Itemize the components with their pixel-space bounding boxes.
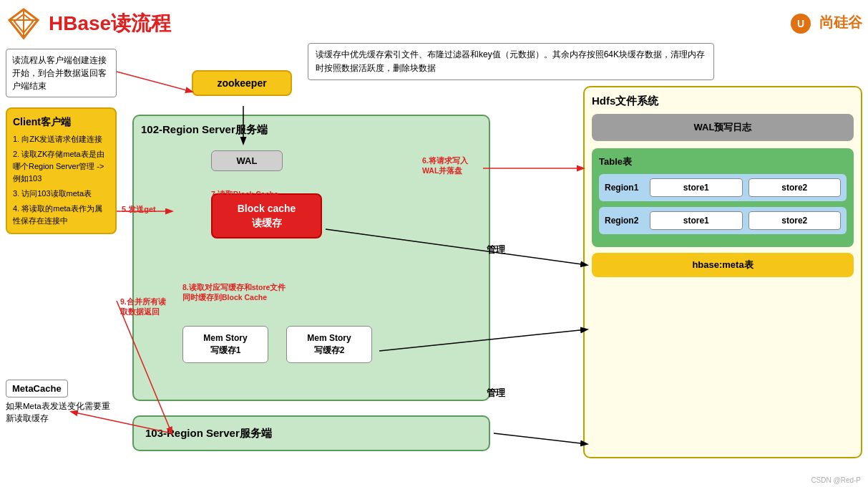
page-title: HBase读流程 (49, 10, 171, 37)
client-box: Client客户端 1. 向ZK发送请求创建连接 2. 读取ZK存储meta表是… (6, 107, 117, 234)
zookeeper-box: zookeeper (192, 70, 292, 96)
step6-label: 6.将请求写入WAL并落盘 (422, 156, 468, 176)
table-title: Table表 (599, 155, 847, 168)
region1-store2: store2 (748, 178, 842, 197)
hbase-meta-box: hbase:meta表 (592, 253, 854, 277)
client-step-4: 4. 将读取的meta表作为属性保存在连接中 (13, 203, 109, 227)
region-server-103: 103-Region Server服务端 (132, 415, 490, 451)
step7-label: 7.读取Block Cache (211, 190, 278, 200)
block-cache-box: Block cache读缓存 (211, 193, 322, 238)
region2-row: Region2 store1 store2 (599, 207, 847, 234)
logo-diamond-icon (6, 6, 42, 42)
client-step-1: 1. 向ZK发送请求创建连接 (13, 133, 109, 145)
hdfs-area: Hdfs文件系统 WAL预写日志 Table表 Region1 store1 s… (583, 86, 862, 458)
region1-label: Region1 (605, 183, 644, 193)
region2-label: Region2 (605, 216, 644, 226)
svg-line-12 (494, 433, 587, 444)
top-description: 读缓存中优先缓存索引文件、布隆过滤器和key值（元数据）。其余内存按照64K块缓… (308, 43, 714, 80)
rs102-title: 102-Region Server服务端 (141, 123, 482, 137)
mem-story-1: Mem Story写缓存1 (182, 326, 268, 363)
logo-right: U 尚硅谷 (789, 12, 862, 35)
header: HBase读流程 U 尚硅谷 (6, 6, 862, 42)
svg-line-6 (117, 72, 192, 92)
client-step-3: 3. 访问103读取meta表 (13, 188, 109, 200)
client-step-2: 2. 读取ZK存储meta表是由哪个Region Server管理 -> 例如1… (13, 148, 109, 185)
client-title: Client客户端 (13, 115, 109, 130)
wal-log-box: WAL预写日志 (592, 114, 854, 141)
svg-text:U: U (797, 18, 804, 29)
region2-store2: store2 (748, 211, 842, 230)
watermark: CSDN @Red-P (811, 476, 861, 484)
step5-label: 5.发送get (122, 204, 156, 215)
hdfs-title: Hdfs文件系统 (592, 95, 854, 108)
step9-label: 9.合并所有读取数据返回 (120, 297, 166, 317)
metacache-desc: 如果Meta表发送变化需要重新读取缓存 (6, 400, 117, 425)
region1-row: Region1 store1 store2 (599, 174, 847, 201)
left-description: 读流程从客户端创建连接开始，到合并数据返回客户端结束 (6, 49, 117, 97)
main-container: HBase读流程 U 尚硅谷 读流程从客户端创建连接开始，到合并数据返回客户端结… (0, 0, 868, 487)
metacache-title: MetaCache (6, 380, 68, 397)
manage-label-1: 管理 (487, 244, 505, 256)
mem-story-2: Mem Story写缓存2 (286, 326, 372, 363)
wal-box: WAL (211, 150, 283, 171)
manage-label-2: 管理 (487, 387, 505, 400)
table-area: Table表 Region1 store1 store2 Region2 sto… (592, 148, 854, 247)
step8-label: 8.读取对应写缓存和store文件同时缓存到Block Cache (182, 283, 286, 303)
metacache-box: MetaCache 如果Meta表发送变化需要重新读取缓存 (6, 380, 117, 425)
region1-store1: store1 (650, 178, 743, 197)
region2-store1: store1 (650, 211, 743, 230)
